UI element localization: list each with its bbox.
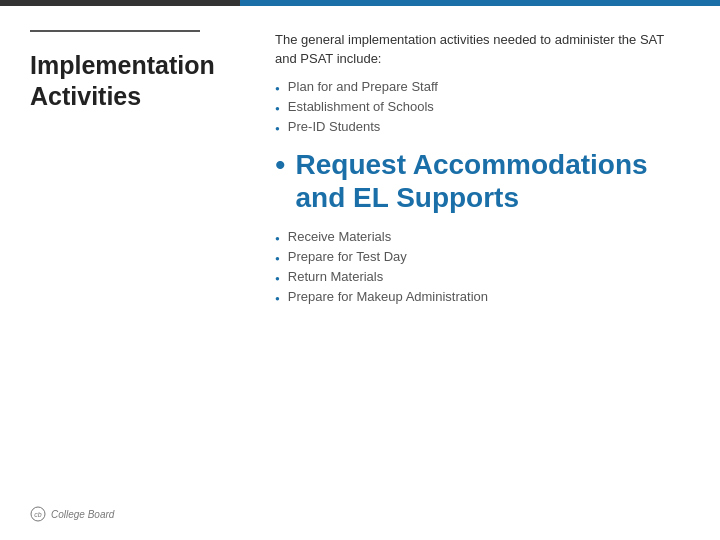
- bullet-text: Return Materials: [288, 269, 383, 284]
- bottom-bullet-list: ● Receive Materials ● Prepare for Test D…: [275, 229, 685, 304]
- title-line2: Activities: [30, 82, 141, 110]
- title-line1: Implementation: [30, 51, 215, 79]
- highlight-line1: Request Accommodations: [296, 149, 648, 180]
- left-panel: Implementation Activities: [30, 30, 230, 113]
- highlight-section: • Request Accommodations and EL Supports: [275, 148, 685, 215]
- bullet-dot: ●: [275, 104, 280, 113]
- bullet-text: Plan for and Prepare Staff: [288, 79, 438, 94]
- highlight-text: Request Accommodations and EL Supports: [296, 148, 648, 215]
- bullet-dot: ●: [275, 84, 280, 93]
- bullet-dot: ●: [275, 234, 280, 243]
- college-board-logo: cb College Board: [30, 506, 114, 522]
- bullet-text: Receive Materials: [288, 229, 391, 244]
- intro-text: The general implementation activities ne…: [275, 31, 685, 69]
- bullet-dot: ●: [275, 254, 280, 263]
- bullet-dot: ●: [275, 124, 280, 133]
- svg-text:cb: cb: [34, 511, 42, 518]
- bullet-text: Establishment of Schools: [288, 99, 434, 114]
- list-item: ● Return Materials: [275, 269, 685, 284]
- highlight-row: • Request Accommodations and EL Supports: [275, 148, 685, 215]
- list-item: ● Prepare for Test Day: [275, 249, 685, 264]
- list-item: ● Plan for and Prepare Staff: [275, 79, 685, 94]
- bullet-text: Prepare for Test Day: [288, 249, 407, 264]
- top-bar-left: [0, 0, 240, 6]
- list-item: ● Establishment of Schools: [275, 99, 685, 114]
- bullet-text: Prepare for Makeup Administration: [288, 289, 488, 304]
- highlight-line2: and EL Supports: [296, 182, 520, 213]
- bullet-dot: ●: [275, 274, 280, 283]
- page-title: Implementation Activities: [30, 50, 230, 113]
- bullet-text: Pre-ID Students: [288, 119, 381, 134]
- list-item: ● Prepare for Makeup Administration: [275, 289, 685, 304]
- bullet-dot: ●: [275, 294, 280, 303]
- logo-text: College Board: [51, 509, 114, 520]
- left-divider: [30, 30, 200, 32]
- logo-icon: cb: [30, 506, 46, 522]
- top-bullet-list: ● Plan for and Prepare Staff ● Establish…: [275, 79, 685, 134]
- list-item: ● Receive Materials: [275, 229, 685, 244]
- list-item: ● Pre-ID Students: [275, 119, 685, 134]
- highlight-bullet-dot: •: [275, 150, 286, 180]
- right-panel: The general implementation activities ne…: [240, 6, 720, 540]
